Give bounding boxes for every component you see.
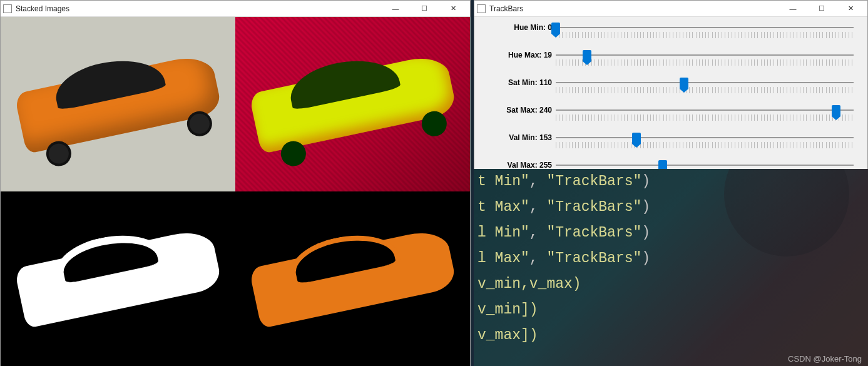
- trackbar-slider[interactable]: [556, 77, 854, 101]
- maximize-button[interactable]: ☐: [807, 1, 836, 17]
- quadrant-hsv: [235, 17, 470, 191]
- trackbar-label: Hue Max: 19: [474, 51, 556, 59]
- trackbar-label: Sat Max: 240: [474, 106, 556, 114]
- quadrant-mask: [1, 191, 235, 366]
- trackbar-row: Val Min: 153: [474, 132, 861, 160]
- trackbar-label: Sat Min: 110: [474, 78, 556, 87]
- slider-thumb[interactable]: [551, 23, 560, 34]
- app-icon: [3, 4, 12, 13]
- close-button[interactable]: ✕: [836, 1, 865, 17]
- trackbars-window: TrackBars — ☐ ✕ Hue Min: 0Hue Max: 19Sat…: [474, 0, 868, 169]
- trackbars-titlebar[interactable]: TrackBars — ☐ ✕: [474, 1, 867, 17]
- code-line: v_max]): [474, 323, 868, 348]
- trackbar-slider[interactable]: [556, 132, 854, 156]
- stacked-images-window: Stacked Images — ☐ ✕: [0, 0, 471, 366]
- minimize-button[interactable]: —: [779, 1, 807, 17]
- trackbars-content: Hue Min: 0Hue Max: 19Sat Min: 110Sat Max…: [474, 17, 867, 169]
- watermark: CSDN @Joker-Tong: [788, 354, 862, 363]
- trackbars-title: TrackBars: [489, 4, 779, 13]
- code-line: t Max", "TrackBars"): [474, 195, 868, 220]
- trackbar-label: Hue Min: 0: [474, 23, 556, 32]
- code-line: l Max", "TrackBars"): [474, 246, 868, 272]
- code-editor-background: t Min", "TrackBars")t Max", "TrackBars")…: [474, 169, 868, 366]
- trackbar-label: Val Max: 255: [474, 161, 556, 170]
- trackbar-slider[interactable]: [556, 104, 854, 128]
- trackbar-slider[interactable]: [556, 49, 854, 73]
- stacked-title: Stacked Images: [16, 4, 381, 13]
- trackbar-label: Val Min: 153: [474, 133, 556, 142]
- quadrant-original: [1, 17, 235, 191]
- code-line: v_min]): [474, 297, 868, 323]
- minimize-button[interactable]: —: [381, 1, 410, 17]
- code-line: v_min,v_max): [474, 272, 868, 297]
- code-line: t Min", "TrackBars"): [474, 169, 868, 195]
- trackbar-row: Hue Min: 0: [474, 22, 861, 49]
- slider-thumb[interactable]: [832, 105, 840, 116]
- trackbar-row: Sat Max: 240: [474, 104, 861, 132]
- trackbar-slider[interactable]: [556, 22, 854, 46]
- trackbar-row: Sat Min: 110: [474, 77, 861, 104]
- close-button[interactable]: ✕: [439, 1, 467, 17]
- slider-thumb[interactable]: [680, 78, 688, 89]
- app-icon: [477, 4, 486, 13]
- maximize-button[interactable]: ☐: [410, 1, 439, 17]
- trackbar-row: Hue Max: 19: [474, 49, 861, 77]
- quadrant-result: [235, 191, 470, 366]
- slider-thumb[interactable]: [583, 50, 591, 61]
- stacked-content: [1, 17, 470, 366]
- slider-thumb[interactable]: [632, 133, 641, 144]
- code-line: l Min", "TrackBars"): [474, 220, 868, 246]
- stacked-titlebar[interactable]: Stacked Images — ☐ ✕: [1, 1, 470, 17]
